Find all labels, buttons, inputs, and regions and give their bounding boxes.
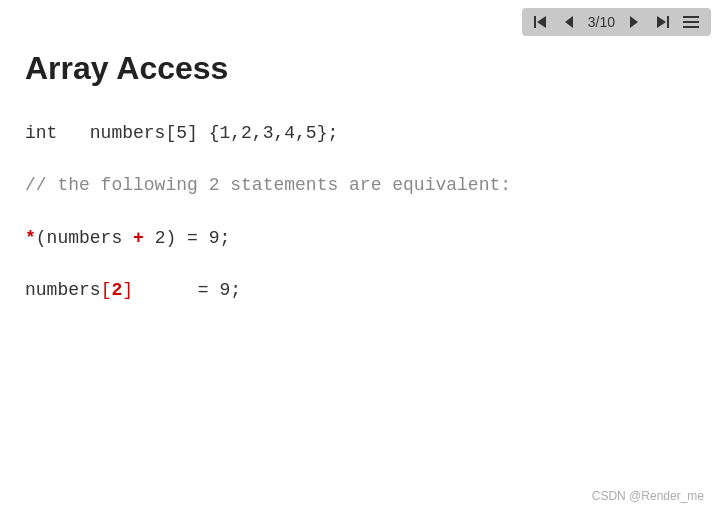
plus-sign: + — [133, 228, 144, 248]
code-star: * — [25, 228, 36, 248]
code-line-comment: // the following 2 statements are equiva… — [25, 169, 694, 201]
bracket-open: [ — [101, 280, 112, 300]
code-numbers-prefix: numbers — [25, 280, 101, 300]
comment-text: // the following 2 statements are equiva… — [25, 175, 511, 195]
code-line-pointer: *(numbers + 2) = 9; — [25, 222, 694, 254]
slide-counter: 3/10 — [584, 12, 619, 32]
svg-marker-1 — [537, 16, 546, 28]
last-button[interactable] — [649, 13, 675, 31]
code-line-1: int numbers[5] {1,2,3,4,5}; — [25, 117, 694, 149]
svg-rect-0 — [534, 16, 536, 28]
code-plus-expr: 2) = 9; — [144, 228, 230, 248]
bracket-close: ] — [122, 280, 133, 300]
code-block: int numbers[5] {1,2,3,4,5}; // the follo… — [25, 117, 694, 307]
code-line-array: numbers[2] = 9; — [25, 274, 694, 306]
code-array-assign: = 9; — [133, 280, 241, 300]
code-numbers-decl: numbers[5] {1,2,3,4,5}; — [90, 123, 338, 143]
keyword-int: int — [25, 123, 57, 143]
svg-marker-5 — [657, 16, 666, 28]
prev-button[interactable] — [556, 13, 582, 31]
svg-rect-6 — [683, 16, 699, 18]
next-button[interactable] — [621, 13, 647, 31]
svg-marker-2 — [565, 16, 573, 28]
main-content: 3/10 Array Access int numbers[5] {1,2,3,… — [0, 0, 719, 515]
watermark: CSDN @Render_me — [592, 489, 704, 503]
first-button[interactable] — [528, 13, 554, 31]
svg-rect-7 — [683, 21, 699, 23]
page-title: Array Access — [25, 50, 694, 87]
svg-rect-4 — [667, 16, 669, 28]
svg-rect-8 — [683, 26, 699, 28]
paren-open: (numbers — [36, 228, 133, 248]
menu-button[interactable] — [677, 13, 705, 31]
index-2: 2 — [111, 280, 122, 300]
svg-marker-3 — [630, 16, 638, 28]
toolbar: 3/10 — [522, 8, 711, 36]
